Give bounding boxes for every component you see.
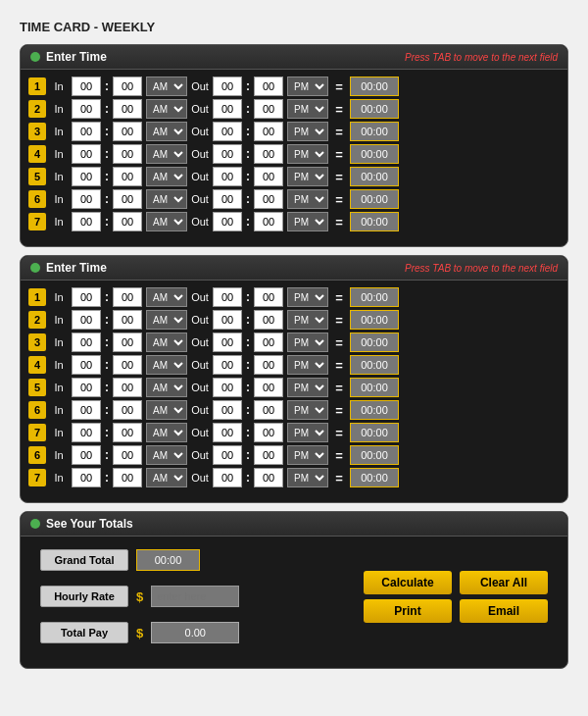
calculate-button[interactable]: Calculate <box>364 571 452 594</box>
out-ampm-select[interactable]: AM PM <box>287 310 328 330</box>
in-min-input[interactable] <box>113 212 142 231</box>
in-ampm-select[interactable]: AM PM <box>146 77 187 96</box>
out-ampm-select[interactable]: AM PM <box>287 189 328 209</box>
in-hour-input[interactable] <box>72 189 101 209</box>
out-min-input[interactable] <box>254 212 283 231</box>
in-hour-input[interactable] <box>72 77 101 96</box>
out-ampm-select[interactable]: AM PM <box>287 355 328 375</box>
in-min-input[interactable] <box>113 310 142 330</box>
out-min-input[interactable] <box>254 355 283 375</box>
out-ampm-select[interactable]: AM PM <box>287 167 328 186</box>
in-hour-input[interactable] <box>72 355 101 375</box>
out-hour-input[interactable] <box>213 212 242 231</box>
in-min-input[interactable] <box>113 400 142 420</box>
in-ampm-select[interactable]: AM PM <box>146 310 187 330</box>
in-ampm-select[interactable]: AM PM <box>146 423 187 442</box>
in-hour-input[interactable] <box>72 310 101 330</box>
clear-all-button[interactable]: Clear All <box>460 571 548 594</box>
out-hour-input[interactable] <box>213 468 242 487</box>
out-hour-input[interactable] <box>213 445 242 465</box>
out-ampm-select[interactable]: AM PM <box>287 468 328 487</box>
out-ampm-select[interactable]: AM PM <box>287 212 328 231</box>
in-hour-input[interactable] <box>72 332 101 352</box>
out-min-input[interactable] <box>254 400 283 420</box>
in-ampm-select[interactable]: AM PM <box>146 287 187 307</box>
in-ampm-select[interactable]: AM PM <box>146 167 187 186</box>
out-min-input[interactable] <box>254 468 283 487</box>
out-min-input[interactable] <box>254 77 283 96</box>
in-min-input[interactable] <box>113 99 142 119</box>
email-button[interactable]: Email <box>460 599 548 623</box>
in-ampm-select[interactable]: AM PM <box>146 144 187 164</box>
out-min-input[interactable] <box>254 332 283 352</box>
out-hour-input[interactable] <box>213 378 242 397</box>
in-ampm-select[interactable]: AM PM <box>146 332 187 352</box>
in-hour-input[interactable] <box>72 99 101 119</box>
out-ampm-select[interactable]: AM PM <box>287 332 328 352</box>
out-min-input[interactable] <box>254 99 283 119</box>
out-hour-input[interactable] <box>213 167 242 186</box>
in-ampm-select[interactable]: AM PM <box>146 122 187 141</box>
in-min-input[interactable] <box>113 378 142 397</box>
in-hour-input[interactable] <box>72 468 101 487</box>
in-hour-input[interactable] <box>72 400 101 420</box>
in-hour-input[interactable] <box>72 144 101 164</box>
out-ampm-select[interactable]: AM PM <box>287 287 328 307</box>
out-min-input[interactable] <box>254 378 283 397</box>
in-min-input[interactable] <box>113 445 142 465</box>
in-min-input[interactable] <box>113 423 142 442</box>
in-min-input[interactable] <box>113 468 142 487</box>
out-hour-input[interactable] <box>213 400 242 420</box>
out-hour-input[interactable] <box>213 310 242 330</box>
out-min-input[interactable] <box>254 423 283 442</box>
in-ampm-select[interactable]: AM PM <box>146 189 187 209</box>
out-ampm-select[interactable]: AM PM <box>287 378 328 397</box>
in-ampm-select[interactable]: AM PM <box>146 212 187 231</box>
out-min-input[interactable] <box>254 445 283 465</box>
in-ampm-select[interactable]: AM PM <box>146 445 187 465</box>
print-button[interactable]: Print <box>364 599 452 623</box>
out-ampm-select[interactable]: AM PM <box>287 122 328 141</box>
in-hour-input[interactable] <box>72 287 101 307</box>
out-min-input[interactable] <box>254 144 283 164</box>
out-min-input[interactable] <box>254 167 283 186</box>
out-ampm-select[interactable]: AM PM <box>287 400 328 420</box>
in-min-input[interactable] <box>113 122 142 141</box>
out-hour-input[interactable] <box>213 189 242 209</box>
in-ampm-select[interactable]: AM PM <box>146 99 187 119</box>
in-min-input[interactable] <box>113 332 142 352</box>
in-min-input[interactable] <box>113 355 142 375</box>
in-min-input[interactable] <box>113 189 142 209</box>
out-hour-input[interactable] <box>213 77 242 96</box>
out-hour-input[interactable] <box>213 355 242 375</box>
out-min-input[interactable] <box>254 287 283 307</box>
in-ampm-select[interactable]: AM PM <box>146 468 187 487</box>
in-ampm-select[interactable]: AM PM <box>146 355 187 375</box>
in-hour-input[interactable] <box>72 445 101 465</box>
out-ampm-select[interactable]: AM PM <box>287 445 328 465</box>
in-hour-input[interactable] <box>72 378 101 397</box>
in-hour-input[interactable] <box>72 122 101 141</box>
out-hour-input[interactable] <box>213 99 242 119</box>
in-min-input[interactable] <box>113 144 142 164</box>
out-min-input[interactable] <box>254 189 283 209</box>
hourly-rate-input[interactable] <box>151 586 239 607</box>
in-hour-input[interactable] <box>72 167 101 186</box>
out-min-input[interactable] <box>254 122 283 141</box>
in-min-input[interactable] <box>113 287 142 307</box>
out-min-input[interactable] <box>254 310 283 330</box>
out-hour-input[interactable] <box>213 332 242 352</box>
out-hour-input[interactable] <box>213 423 242 442</box>
in-ampm-select[interactable]: AM PM <box>146 400 187 420</box>
out-ampm-select[interactable]: AM PM <box>287 144 328 164</box>
out-ampm-select[interactable]: AM PM <box>287 423 328 442</box>
out-ampm-select[interactable]: AM PM <box>287 99 328 119</box>
in-ampm-select[interactable]: AM PM <box>146 378 187 397</box>
out-hour-input[interactable] <box>213 144 242 164</box>
out-hour-input[interactable] <box>213 287 242 307</box>
in-hour-input[interactable] <box>72 423 101 442</box>
out-hour-input[interactable] <box>213 122 242 141</box>
out-ampm-select[interactable]: AM PM <box>287 77 328 96</box>
in-min-input[interactable] <box>113 167 142 186</box>
in-min-input[interactable] <box>113 77 142 96</box>
